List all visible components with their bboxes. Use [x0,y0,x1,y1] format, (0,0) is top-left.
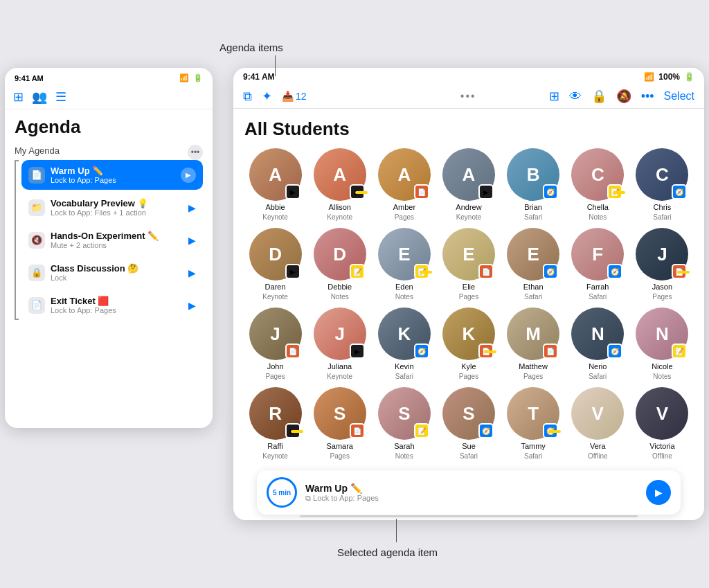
list-icon[interactable]: ☰ [55,89,66,105]
bottom-agenda-bar[interactable]: 5 min Warm Up ✏️ ⧉ Lock to App: Pages ▶ [257,470,681,515]
app-badge-nerio: 🧭 [607,344,622,359]
student-app-farrah: Safari [589,293,607,301]
student-cell-chris[interactable]: C 🧭 Chris Safari [631,148,693,221]
student-cell-jason[interactable]: J 📄 Jason Pages [631,228,693,301]
wifi-icon: 📶 [179,73,189,82]
agenda-item-hands-on[interactable]: 🔇 Hands-On Experiment ✏️ Mute + 2 action… [21,225,203,255]
eye-slash-icon[interactable]: 👁 [569,89,582,104]
avatar-wrapper-juliana: J ▶ [314,308,366,360]
compass-icon[interactable]: ✦ [262,89,272,104]
student-cell-ethan[interactable]: E 🧭 Ethan Safari [503,228,564,301]
app-badge-daren: ▶ [285,264,300,279]
yellow-indicator [420,271,432,274]
student-cell-nerio[interactable]: N 🧭 Nerio Safari [567,308,629,380]
student-cell-sue[interactable]: S 🧭 Sue Safari [438,387,499,460]
app-badge-samara: 📄 [350,423,365,438]
avatar-wrapper-ethan: E 🧭 [507,228,559,280]
warm-up-title: Warm Up ✏️ [51,166,175,176]
selected-agenda-annotation: Selected agenda item [337,546,438,558]
student-name-ethan: Ethan [523,283,544,291]
agenda-more-button[interactable]: ••• [188,145,203,160]
agenda-item-warm-up[interactable]: 📄 Warm Up ✏️ Lock to App: Pages ▶ [21,160,203,190]
inbox-badge[interactable]: 📥 12 [282,91,307,102]
select-button[interactable]: Select [664,90,694,103]
ipad-wifi-icon: 📶 [644,72,654,82]
student-app-ethan: Safari [524,293,542,301]
avatar-wrapper-samara: S 📄 [314,387,366,440]
exit-ticket-icon: 📄 [28,297,45,314]
student-cell-daren[interactable]: D ▶ Daren Keynote [244,228,306,301]
student-app-matthew: Pages [523,373,543,380]
student-cell-abbie[interactable]: A ▶ Abbie Keynote [244,148,306,221]
student-cell-amber[interactable]: A 📄 Amber Pages [373,148,435,221]
student-cell-vera[interactable]: V Vera Offline [567,387,629,460]
student-cell-matthew[interactable]: M 📄 Matthew Pages [503,308,564,380]
student-cell-farrah[interactable]: F 🧭 Farrah Safari [567,228,629,301]
student-cell-tammy[interactable]: T 🧭 Tammy Safari [503,387,564,460]
class-discussion-play-button[interactable]: ▶ [188,267,196,278]
agenda-item-class-discussion[interactable]: 🔒 Class Discussion 🤔 Lock ▶ [21,258,203,287]
avatar-victoria: V [636,387,688,440]
avatar-wrapper-daren: D ▶ [249,228,302,280]
student-app-raffi: Keynote [262,452,288,460]
hands-on-play-button[interactable]: ▶ [188,235,196,246]
student-cell-kevin[interactable]: K 🧭 Kevin Safari [373,308,435,380]
student-cell-victoria[interactable]: V Victoria Offline [631,387,693,460]
student-cell-raffi[interactable]: R ▶ Raffi Keynote [244,387,306,460]
bottom-bar-app: Lock to App: Pages [313,494,379,502]
student-cell-allison[interactable]: A ▶ Allison Keynote [309,148,370,221]
grid-icon[interactable]: ⊞ [549,89,559,104]
avatar-wrapper-brian: B 🧭 [507,148,559,201]
student-cell-eden[interactable]: E 📝 Eden Notes [373,228,435,301]
app-badge-kevin: 🧭 [414,344,429,359]
student-cell-kyle[interactable]: K 📄 Kyle Pages [438,308,499,380]
student-cell-andrew[interactable]: A ▶ Andrew Keynote [438,148,499,221]
class-discussion-subtitle: Lock [51,274,183,282]
class-discussion-text: Class Discussion 🤔 Lock [51,263,183,282]
agenda-header: Agenda [5,109,213,141]
app-badge-farrah: 🧭 [607,264,622,279]
student-cell-elie[interactable]: E 📄 Elie Pages [438,228,499,301]
student-name-samara: Samara [326,442,353,450]
student-app-vera: Offline [588,452,608,460]
student-cell-john[interactable]: J 📄 John Pages [244,308,306,380]
student-name-kevin: Kevin [395,362,414,371]
people-icon[interactable]: 👥 [32,89,47,105]
student-name-tammy: Tammy [521,442,545,450]
agenda-item-exit-ticket[interactable]: 📄 Exit Ticket 🟥 Lock to App: Pages ▶ [21,290,203,320]
bottom-bar-title: Warm Up ✏️ [305,483,638,494]
yellow-indicator [677,271,690,274]
warm-up-play-button[interactable]: ▶ [181,168,196,183]
student-name-sarah: Sarah [394,442,414,450]
student-app-nerio: Safari [589,373,607,380]
app-badge-brian: 🧭 [543,184,558,199]
student-name-raffi: Raffi [267,442,282,450]
vocabulary-title: Vocabulary Preview 💡 [51,198,183,208]
app-badge-john: 📄 [285,344,300,359]
mute-icon[interactable]: 🔕 [616,89,631,104]
student-cell-sarah[interactable]: S 📝 Sarah Notes [373,387,435,460]
agenda-item-vocabulary[interactable]: 📁 Vocabulary Preview 💡 Lock to App: File… [21,193,203,222]
avatar-wrapper-amber: A 📄 [378,148,431,201]
student-cell-debbie[interactable]: D 📝 Debbie Notes [309,228,370,301]
student-cell-brian[interactable]: B 🧭 Brian Safari [503,148,564,221]
lock-icon[interactable]: 🔒 [591,89,607,104]
student-cell-chella[interactable]: C 📝 Chella Notes [567,148,629,221]
more-icon[interactable]: ••• [641,89,654,104]
exit-ticket-play-button[interactable]: ▶ [188,300,196,311]
student-cell-juliana[interactable]: J ▶ Juliana Keynote [309,308,370,380]
layers-icon[interactable]: ⧉ [243,89,252,104]
exit-ticket-text: Exit Ticket 🟥 Lock to App: Pages [51,296,183,314]
my-agenda-label: My Agenda [15,145,60,156]
student-name-abbie: Abbie [266,203,285,211]
hands-on-title: Hands-On Experiment ✏️ [51,231,183,241]
student-cell-samara[interactable]: S 📄 Samara Pages [309,387,370,460]
toolbar-left-group: ⧉ ✦ 📥 12 [243,89,388,104]
sidebar-toggle-icon[interactable]: ⊞ [13,89,24,105]
vocabulary-play-button[interactable]: ▶ [188,202,196,213]
student-name-juliana: Juliana [327,362,352,371]
avatar-wrapper-elie: E 📄 [442,228,495,280]
student-name-matthew: Matthew [519,362,548,371]
student-cell-nicole[interactable]: N 📝 Nicole Notes [631,308,693,380]
bottom-bar-play-button[interactable]: ▶ [646,480,671,505]
